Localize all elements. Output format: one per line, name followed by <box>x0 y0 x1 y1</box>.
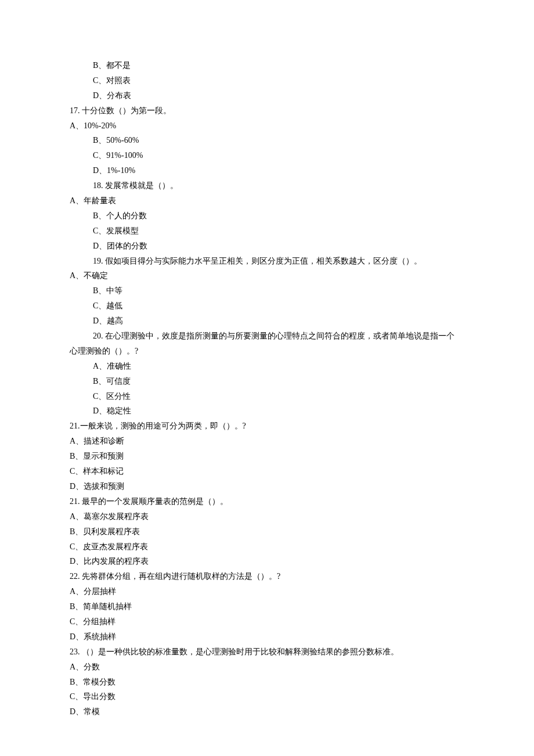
text-line: 18. 发展常模就是（）。 <box>93 178 464 193</box>
text-line: A、分层抽样 <box>70 584 464 599</box>
text-line: D、常模 <box>70 704 464 719</box>
text-line: D、分布表 <box>93 88 464 103</box>
text-line: B、显示和预测 <box>70 449 464 464</box>
text-line: D、稳定性 <box>93 404 464 419</box>
text-line: D、系统抽样 <box>70 629 464 645</box>
text-line: A、描述和诊断 <box>70 434 464 449</box>
text-line: C、越低 <box>93 298 464 314</box>
text-line: B、都不是 <box>93 58 464 73</box>
text-line: D、1%-10% <box>93 163 464 178</box>
text-line: B、中等 <box>93 283 464 298</box>
text-line: C、对照表 <box>93 73 464 88</box>
text-line: 21.一般来说，测验的用途可分为两类，即（）。? <box>70 419 464 434</box>
document-body: B、都不是C、对照表D、分布表17. 十分位数（）为第一段。A、10%-20%B… <box>70 58 464 719</box>
text-line: 21. 最早的一个发展顺序量表的范例是（）。 <box>70 494 464 509</box>
text-line: D、团体的分数 <box>93 239 464 254</box>
text-line: C、分组抽样 <box>70 614 464 629</box>
text-line: 23. （）是一种供比较的标准量数，是心理测验时用于比较和解释测验结果的参照分数… <box>70 645 464 660</box>
text-line: 17. 十分位数（）为第一段。 <box>70 103 464 118</box>
text-line: D、比内发展的程序表 <box>70 554 464 569</box>
text-line: A、分数 <box>70 660 464 675</box>
text-line: C、发展模型 <box>93 224 464 239</box>
text-line: B、常模分数 <box>70 675 464 690</box>
text-line: A、10%-20% <box>70 118 464 134</box>
text-line: 19. 假如项目得分与实际能力水平呈正相关，则区分度为正值，相关系数越大，区分度… <box>93 254 464 269</box>
text-line: C、样本和标记 <box>70 464 464 479</box>
text-line: 20. 在心理测验中，效度是指所测量的与所要测量的心理特点之间符合的程度，或者简… <box>93 329 464 344</box>
text-line: A、准确性 <box>93 359 464 374</box>
text-line: B、贝利发展程序表 <box>70 524 464 539</box>
text-line: B、50%-60% <box>93 133 464 148</box>
text-line: D、选拔和预测 <box>70 479 464 494</box>
text-line: A、年龄量表 <box>70 193 464 208</box>
text-line: B、个人的分数 <box>93 208 464 224</box>
text-line: A、不确定 <box>70 268 464 283</box>
text-line: 22. 先将群体分组，再在组内进行随机取样的方法是（）。? <box>70 569 464 584</box>
text-line: C、区分性 <box>93 389 464 404</box>
text-line: A、葛塞尔发展程序表 <box>70 509 464 524</box>
text-line: 心理测验的（）。? <box>70 344 464 359</box>
text-line: B、可信度 <box>93 374 464 389</box>
text-line: C、导出分数 <box>70 689 464 704</box>
text-line: D、越高 <box>93 314 464 329</box>
text-line: C、91%-100% <box>93 148 464 163</box>
text-line: C、皮亚杰发展程序表 <box>70 539 464 555</box>
text-line: B、简单随机抽样 <box>70 599 464 614</box>
